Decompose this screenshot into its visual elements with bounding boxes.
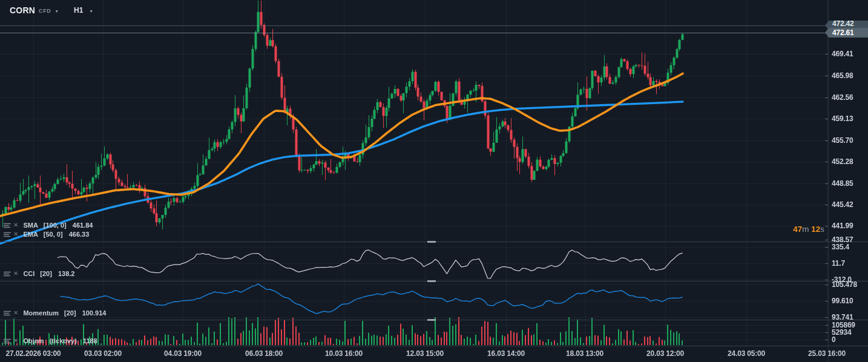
time-axis-label: 20.03 12:00 — [646, 349, 684, 358]
indicator-close-icon[interactable]: ✕ — [13, 338, 18, 344]
symbol-type-badge: CFD — [39, 8, 51, 14]
legend-cci: ✕ CCI [20] 138.2 — [4, 270, 74, 277]
indicator-settings-icon[interactable] — [4, 338, 11, 344]
price-axis-label: 462.56 — [832, 93, 853, 102]
indicator-params: [20] — [40, 270, 52, 277]
indicator-value: 466.33 — [69, 231, 90, 238]
price-axis-label: 0 — [832, 335, 835, 344]
indicator-close-icon[interactable]: ✕ — [13, 222, 18, 228]
legend-ema: ✕ EMA [50, 0] 466.33 — [4, 231, 89, 238]
price-axis-label: 105.478 — [832, 280, 857, 289]
timer-seconds-unit: s — [820, 225, 824, 234]
chevron-down-icon: ▼ — [54, 9, 59, 13]
price-axis-label: 335.4 — [832, 243, 849, 251]
chart-canvas[interactable] — [0, 0, 868, 362]
indicator-value: 1188 — [83, 337, 97, 344]
timer-minutes: 47 — [793, 225, 802, 234]
time-axis-label: 03.03 02:00 — [84, 349, 122, 358]
indicator-settings-icon[interactable] — [4, 271, 11, 277]
indicator-params: [100, 0] — [44, 222, 67, 229]
indicator-settings-icon[interactable] — [4, 311, 11, 316]
time-axis-label: 24.03 05:00 — [728, 349, 765, 358]
price-tag-current: 472.61 — [825, 28, 868, 38]
price-axis-label: 469.41 — [832, 50, 853, 58]
timer-minutes-unit: m — [802, 225, 809, 234]
indicator-close-icon[interactable]: ✕ — [13, 271, 18, 277]
indicator-settings-icon[interactable] — [4, 232, 11, 237]
time-axis-label: 16.03 14:00 — [487, 349, 525, 358]
time-axis-label: 04.03 19:00 — [164, 349, 202, 358]
legend-momentum: ✕ Momentum [20] 100.914 — [4, 309, 106, 317]
price-axis-label: 452.28 — [832, 157, 853, 166]
candle-countdown-timer: 47m 12s — [793, 225, 824, 234]
price-axis-label: 445.42 — [832, 200, 853, 209]
price-axis-label: 93.741 — [832, 313, 853, 321]
indicator-name: Objem — [23, 337, 44, 344]
indicator-settings-icon[interactable] — [4, 223, 11, 228]
indicator-close-icon[interactable]: ✕ — [13, 310, 18, 316]
time-axis-label: 10.03 16:00 — [325, 349, 363, 358]
legend-sma: ✕ SMA [100, 0] 461.84 — [4, 222, 93, 229]
indicator-close-icon[interactable]: ✕ — [13, 231, 18, 237]
time-axis-label: 18.03 13:00 — [566, 349, 603, 358]
timeframe-selector[interactable]: H1 ▼ — [74, 6, 93, 15]
symbol-name: CORN — [10, 5, 35, 15]
indicator-value: 100.914 — [82, 309, 107, 317]
price-axis-label: 459.13 — [832, 114, 853, 123]
price-axis-label: 465.98 — [832, 71, 853, 80]
time-axis-label: 06.03 18:00 — [245, 349, 283, 358]
timeframe-value: H1 — [74, 6, 83, 15]
trading-chart-window: CORN CFD ▼ H1 ▼ ✕ SMA [100, 0] 461.84 ✕ … — [0, 0, 868, 362]
time-axis-label: 12.03 15:00 — [406, 349, 444, 358]
indicator-name: Momentum — [23, 309, 59, 317]
indicator-name: EMA — [23, 231, 38, 238]
time-axis-label: 27.02.2026 03:00 — [6, 349, 61, 358]
price-axis-label: 455.70 — [832, 136, 853, 145]
time-axis-label: 25.03 16:00 — [808, 349, 846, 358]
indicator-params: [20] — [64, 309, 76, 317]
chevron-down-icon: ▼ — [89, 9, 93, 13]
price-axis-label: 448.85 — [832, 179, 853, 188]
indicator-value: 138.2 — [58, 270, 75, 277]
timer-seconds: 12 — [811, 225, 820, 234]
indicator-name: SMA — [23, 222, 38, 229]
legend-volume: ✕ Objem (tickovy) 1188 — [4, 337, 97, 344]
price-axis-label: 441.99 — [832, 222, 853, 230]
indicator-params: (tickovy) — [50, 337, 77, 344]
price-axis-label: 11.7 — [832, 259, 845, 268]
indicator-params: [50, 0] — [44, 231, 63, 238]
indicator-value: 461.84 — [73, 222, 93, 229]
indicator-name: CCI — [23, 270, 35, 277]
symbol-selector[interactable]: CORN CFD ▼ — [10, 5, 59, 15]
price-axis-label: 99.610 — [832, 297, 853, 305]
